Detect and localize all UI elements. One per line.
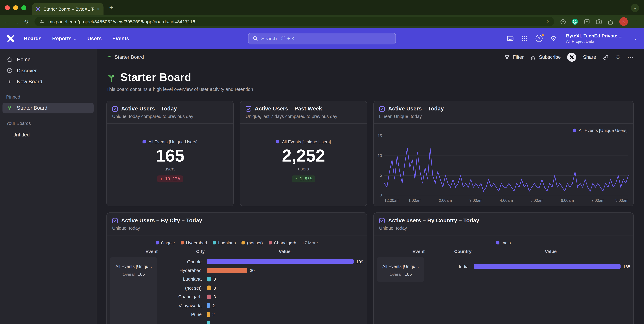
- metric-value: 165: [156, 146, 184, 166]
- card-title[interactable]: Active Users – Today: [121, 106, 177, 112]
- org-switcher[interactable]: ByteXL TechEd Private ... All Project Da…: [566, 33, 622, 44]
- url-text: mixpanel.com/project/3455032/view/395769…: [48, 19, 541, 24]
- profile-avatar[interactable]: k: [620, 17, 628, 26]
- legend-swatch: [143, 140, 146, 143]
- close-window-button[interactable]: [5, 5, 10, 10]
- extension-icon-1[interactable]: [560, 18, 566, 25]
- row-bar[interactable]: [474, 264, 620, 269]
- subscribe-button[interactable]: Subscribe: [530, 54, 561, 60]
- card-title[interactable]: Active Users – By City – Today: [121, 217, 202, 224]
- metric-value: 2,252: [282, 146, 325, 166]
- site-info-icon[interactable]: [39, 19, 45, 24]
- card-subtitle: Unique, today: [112, 226, 362, 230]
- country-legend: India: [374, 240, 633, 245]
- sidebar-item-discover[interactable]: Discover: [0, 65, 96, 76]
- settings-gear-icon[interactable]: ⚙: [550, 34, 556, 43]
- row-bar[interactable]: [207, 294, 211, 299]
- svg-text:7:00am: 7:00am: [592, 198, 604, 202]
- chevron-down-icon[interactable]: ⌄: [634, 36, 638, 41]
- event-panel[interactable]: All Events [Uniqu... Overall165: [110, 257, 158, 324]
- card-active-users-past-week[interactable]: Active Users – Past Week Unique, last 7 …: [240, 100, 367, 206]
- row-bar[interactable]: [207, 303, 210, 308]
- nav-item-events[interactable]: Events: [112, 36, 129, 41]
- more-options-icon[interactable]: ⋯: [627, 53, 634, 61]
- card-title[interactable]: Active users – By Country – Today: [388, 217, 479, 224]
- tab-close-icon[interactable]: ×: [97, 6, 100, 12]
- board-toolbar: Starter Board Filter Subscribe: [106, 49, 644, 65]
- legend-item[interactable]: India: [496, 240, 511, 245]
- row-bar: [207, 321, 210, 324]
- row-value: 2: [212, 312, 215, 317]
- row-bar[interactable]: [207, 268, 248, 272]
- row-bar[interactable]: [207, 286, 211, 290]
- grammarly-icon[interactable]: [572, 18, 578, 25]
- favorite-heart-icon[interactable]: ♡: [616, 54, 621, 60]
- share-button[interactable]: Share: [583, 54, 596, 60]
- nav-item-label: Events: [112, 36, 129, 41]
- minimize-window-button[interactable]: [13, 5, 18, 10]
- legend-more-button[interactable]: +7 More: [302, 240, 318, 245]
- breadcrumb[interactable]: Starter Board: [106, 54, 144, 60]
- line-chart[interactable]: 05101512:00am1:00am2:00am3:00am4:00am5:0…: [374, 133, 633, 206]
- legend-label: India: [502, 240, 511, 245]
- bookmark-star-icon[interactable]: ☆: [545, 18, 550, 24]
- card-active-users-by-country[interactable]: Active users – By Country – Today Unique…: [373, 212, 634, 324]
- card-active-users-by-city[interactable]: Active Users – By City – Today Unique, t…: [106, 212, 367, 324]
- zoom-window-button[interactable]: [21, 5, 26, 10]
- legend-item[interactable]: Chandigarh: [268, 240, 296, 245]
- legend-item[interactable]: Ongole: [156, 240, 175, 245]
- overall-label: Overall: [122, 272, 136, 276]
- legend-swatch: [180, 241, 184, 244]
- seedling-icon: [106, 54, 112, 60]
- row-bar[interactable]: [207, 259, 354, 264]
- filter-button[interactable]: Filter: [504, 54, 524, 60]
- legend-label: All Events [Unique Users]: [148, 139, 197, 144]
- sidebar-item-starter-board[interactable]: Starter Board: [2, 103, 94, 114]
- screenshot-camera-icon[interactable]: [596, 18, 602, 25]
- card-active-users-line[interactable]: Active Users – Today Linear, Unique, tod…: [373, 100, 634, 206]
- nav-item-label: Reports: [52, 36, 72, 41]
- row-bar[interactable]: [207, 277, 211, 282]
- help-icon[interactable]: ?: [536, 35, 542, 42]
- nav-item-users[interactable]: Users: [88, 36, 102, 41]
- search-input[interactable]: [261, 36, 392, 41]
- sidebar-item-label: New Board: [17, 79, 42, 84]
- browser-tab[interactable]: Starter Board – ByteXL Tec ×: [32, 3, 104, 15]
- global-search[interactable]: [248, 32, 396, 44]
- back-button[interactable]: ←: [4, 18, 10, 25]
- legend-label: Chandigarh: [274, 240, 296, 245]
- card-title[interactable]: Active Users – Past Week: [255, 106, 322, 112]
- sidebar-item-untitled[interactable]: Untitled: [0, 129, 96, 140]
- mixpanel-logo-icon[interactable]: [6, 34, 15, 42]
- card-subtitle: Linear, Unique, today: [379, 114, 628, 118]
- new-tab-button[interactable]: +: [109, 4, 114, 12]
- legend-swatch: [276, 140, 280, 143]
- legend-item[interactable]: Ludhiana: [213, 240, 236, 245]
- legend-label: Hyderabad: [186, 240, 207, 245]
- nav-item-reports[interactable]: Reports⌄: [52, 36, 76, 41]
- card-active-users-today[interactable]: Active Users – Today Unique, today compa…: [106, 100, 234, 206]
- sidebar-item-home[interactable]: Home: [0, 54, 96, 65]
- browser-menu-icon[interactable]: ⋮: [634, 18, 640, 25]
- row-bar[interactable]: [207, 312, 210, 317]
- inbox-icon[interactable]: [507, 35, 514, 42]
- legend-item[interactable]: Hyderabad: [180, 240, 207, 245]
- insights-report-icon: [112, 218, 118, 224]
- forward-button[interactable]: →: [14, 18, 20, 25]
- card-subtitle: Unique, last 7 days compared to previous…: [246, 114, 362, 118]
- extension-icon-2[interactable]: [584, 18, 590, 25]
- nav-item-boards[interactable]: Boards: [24, 36, 42, 41]
- reload-button[interactable]: ↻: [24, 18, 29, 25]
- event-panel[interactable]: All Events [Uniqu... Overall165: [377, 257, 424, 282]
- legend-item[interactable]: (not set): [242, 240, 263, 245]
- collaborator-avatar[interactable]: [568, 53, 576, 62]
- apps-grid-icon[interactable]: [522, 36, 528, 42]
- copy-link-icon[interactable]: [603, 54, 609, 60]
- extensions-puzzle-icon[interactable]: [608, 18, 614, 25]
- card-title[interactable]: Active Users – Today: [388, 106, 444, 112]
- sidebar-item-new-board[interactable]: + New Board: [0, 76, 96, 87]
- tab-search-chevron-icon[interactable]: ⌄: [631, 4, 639, 12]
- sidebar-item-label: Starter Board: [17, 105, 48, 111]
- table-row: India165: [427, 262, 633, 271]
- address-bar[interactable]: mixpanel.com/project/3455032/view/395769…: [34, 17, 554, 26]
